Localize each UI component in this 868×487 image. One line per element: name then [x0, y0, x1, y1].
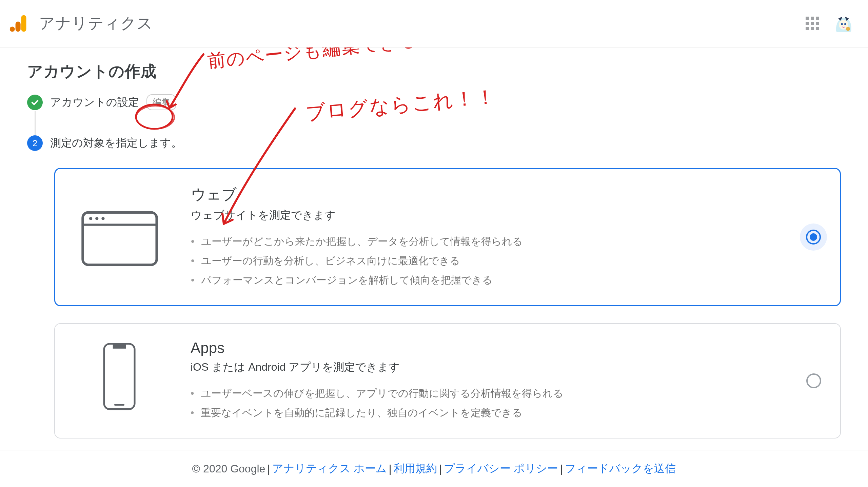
svg-point-6 — [844, 23, 846, 25]
option-apps-bullet: ユーザーベースの伸びを把握し、アプリでの行動に関する分析情報を得られる — [191, 384, 820, 403]
svg-rect-1 — [16, 21, 21, 32]
svg-rect-13 — [104, 344, 135, 409]
analytics-logo-icon — [8, 13, 29, 34]
app-title: アナリティクス — [39, 13, 153, 34]
step-2-label: 測定の対象を指定します。 — [50, 136, 182, 151]
option-web-subtitle: ウェブサイトを測定できます — [191, 208, 820, 223]
radio-apps[interactable] — [806, 373, 821, 388]
option-web-title: ウェブ — [191, 184, 820, 204]
option-apps-body: Apps iOS または Android アプリを測定できます ユーザーベースの… — [191, 339, 820, 422]
check-icon — [27, 95, 43, 110]
option-apps-title: Apps — [191, 339, 820, 356]
radio-web[interactable] — [806, 230, 821, 245]
measurement-options: ウェブ ウェブサイトを測定できます ユーザーがどこから来たか把握し、データを分析… — [54, 168, 841, 439]
step-1: アカウントの設定 編集 — [27, 94, 841, 110]
option-apps[interactable]: Apps iOS または Android アプリを測定できます ユーザーベースの… — [54, 323, 841, 439]
step-1-label: アカウントの設定 — [50, 95, 139, 110]
option-web-bullet: パフォーマンスとコンバージョンを解析して傾向を把握できる — [191, 270, 820, 290]
option-apps-bullet: 重要なイベントを自動的に記録したり、独自のイベントを定義できる — [191, 403, 820, 422]
footer: © 2020 Google | アナリティクス ホーム | 利用規約 | プライ… — [0, 450, 868, 487]
step-connector — [35, 111, 36, 137]
svg-rect-14 — [113, 344, 126, 349]
edit-button[interactable]: 編集 — [146, 94, 176, 110]
footer-link-privacy[interactable]: プライバシー ポリシー — [444, 461, 558, 476]
app-header: アナリティクス — [0, 0, 868, 47]
user-avatar[interactable] — [833, 13, 854, 34]
footer-copyright: © 2020 Google — [192, 463, 265, 475]
step-2: 2 測定の対象を指定します。 — [27, 135, 841, 151]
svg-rect-8 — [83, 212, 157, 265]
option-web[interactable]: ウェブ ウェブサイトを測定できます ユーザーがどこから来たか把握し、データを分析… — [54, 168, 841, 306]
svg-point-7 — [846, 27, 850, 31]
footer-link-home[interactable]: アナリティクス ホーム — [272, 461, 387, 476]
option-web-bullet: ユーザーの行動を分析し、ビジネス向けに最適化できる — [191, 251, 820, 270]
main-content: アカウントの作成 アカウントの設定 編集 2 測定の対象を指定します。 — [0, 47, 868, 450]
footer-link-terms[interactable]: 利用規約 — [394, 461, 437, 476]
footer-link-feedback[interactable]: フィードバックを送信 — [565, 461, 676, 476]
svg-rect-0 — [21, 15, 26, 32]
svg-point-11 — [95, 217, 98, 220]
option-web-bullet: ユーザーがどこから来たか把握し、データを分析して情報を得られる — [191, 232, 820, 251]
option-web-body: ウェブ ウェブサイトを測定できます ユーザーがどこから来たか把握し、データを分析… — [191, 184, 820, 290]
brand: アナリティクス — [8, 13, 153, 34]
phone-icon — [75, 344, 163, 418]
svg-point-2 — [10, 26, 15, 32]
page-title: アカウントの作成 — [27, 61, 841, 82]
option-apps-subtitle: iOS または Android アプリを測定できます — [191, 360, 820, 375]
stepper: アカウントの設定 編集 2 測定の対象を指定します。 — [27, 94, 841, 151]
step-2-number: 2 — [27, 135, 43, 151]
svg-point-5 — [841, 23, 843, 25]
apps-grid-icon[interactable] — [806, 17, 819, 30]
browser-window-icon — [76, 200, 164, 274]
svg-point-12 — [101, 217, 104, 220]
svg-point-10 — [89, 217, 92, 220]
